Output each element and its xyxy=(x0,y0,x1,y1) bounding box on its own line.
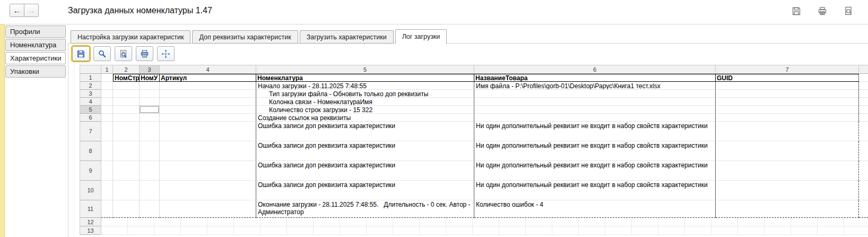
grid-cell[interactable] xyxy=(140,82,160,90)
forward-button[interactable]: → xyxy=(24,4,39,17)
sidebar-item-upakovki[interactable]: Упаковки xyxy=(5,65,66,78)
grid-cell[interactable] xyxy=(160,98,256,106)
grid-cell[interactable] xyxy=(716,106,859,114)
grid-cell[interactable] xyxy=(160,122,256,141)
row-header-3[interactable]: 3 xyxy=(80,90,101,98)
column-header-7[interactable]: 7 xyxy=(716,65,859,74)
grid-cell[interactable] xyxy=(140,122,160,141)
column-header-5[interactable]: 5 xyxy=(256,65,474,74)
grid-cell[interactable] xyxy=(474,90,716,98)
sidebar-item-harakteristiki[interactable]: Характеристики xyxy=(5,52,66,64)
grid-cell[interactable] xyxy=(113,200,140,218)
log-cell-error[interactable]: Ошибка записи доп реквизита характеристи… xyxy=(256,122,474,141)
pan-button[interactable] xyxy=(157,46,175,61)
field-header-nomu[interactable]: НомУ xyxy=(140,74,160,82)
grid-cell[interactable] xyxy=(140,181,160,200)
grid-cell[interactable] xyxy=(716,141,859,161)
grid-cell[interactable] xyxy=(101,74,113,82)
column-header-4[interactable]: 4 xyxy=(160,65,256,74)
grid-cell[interactable] xyxy=(160,90,256,98)
column-header-6[interactable]: 6 xyxy=(474,65,716,74)
grid-cell[interactable] xyxy=(101,106,113,114)
grid-cell[interactable] xyxy=(716,82,859,90)
grid-cell[interactable] xyxy=(160,200,256,218)
field-header-nomstr[interactable]: НомСтр xyxy=(113,74,140,82)
grid-cell[interactable] xyxy=(113,122,140,141)
log-cell-error-detail[interactable]: Ни один дополнительный реквизит не входи… xyxy=(474,122,716,141)
grid-cell[interactable] xyxy=(113,106,140,114)
grid-cell[interactable] xyxy=(140,114,160,122)
grid-cell[interactable] xyxy=(716,122,859,141)
row-header-6[interactable]: 6 xyxy=(80,114,101,122)
field-header-artikul[interactable]: Артикул xyxy=(160,74,256,82)
save-sheet-button[interactable] xyxy=(72,46,90,61)
tab-log-zagruzki[interactable]: Лог загрузки xyxy=(395,29,447,44)
grid-cell[interactable] xyxy=(113,181,140,200)
grid-cell[interactable] xyxy=(113,114,140,122)
grid-cell[interactable] xyxy=(101,161,113,181)
grid-cell[interactable] xyxy=(716,181,859,200)
row-header-5-selected[interactable]: 5 xyxy=(80,106,101,114)
log-cell-error-detail[interactable]: Ни один дополнительный реквизит не входи… xyxy=(474,161,716,181)
grid-cell[interactable] xyxy=(140,161,160,181)
tab-dop-rekvizity[interactable]: Доп реквизиты характеристик xyxy=(192,30,298,44)
grid-corner[interactable] xyxy=(80,65,101,74)
row-header-1[interactable]: 1 xyxy=(80,74,101,82)
grid-cell[interactable] xyxy=(716,90,859,98)
column-header-2[interactable]: 2 xyxy=(113,65,140,74)
grid-cell[interactable] xyxy=(101,82,113,90)
row-header-13[interactable]: 13 xyxy=(80,226,101,235)
log-cell-filename[interactable]: Имя файла - P:\Profiles\gorb-01\Desktop\… xyxy=(474,82,716,90)
print-preview-button[interactable] xyxy=(844,6,853,16)
grid-cell[interactable] xyxy=(716,98,859,106)
print-button[interactable] xyxy=(818,6,827,16)
grid-cell[interactable] xyxy=(160,106,256,114)
field-header-nomenklatura[interactable]: Номенклатура xyxy=(256,74,474,82)
grid-cell[interactable] xyxy=(140,90,160,98)
log-cell-error[interactable]: Ошибка записи доп реквизита характеристи… xyxy=(256,141,474,161)
grid-cell[interactable] xyxy=(113,141,140,161)
grid-cell[interactable] xyxy=(140,98,160,106)
grid-cell[interactable] xyxy=(160,181,256,200)
grid-cell[interactable] xyxy=(113,82,140,90)
grid-cell[interactable] xyxy=(113,98,140,106)
log-cell-start[interactable]: Начало загрузки - 28.11.2025 7:48:55 xyxy=(256,82,474,90)
row-header-10[interactable]: 10 xyxy=(80,181,101,200)
grid-cell[interactable] xyxy=(160,141,256,161)
sidebar-item-nomenklatura[interactable]: Номенклатура xyxy=(5,39,66,51)
grid-cell[interactable] xyxy=(716,161,859,181)
grid-cell[interactable] xyxy=(160,114,256,122)
tab-nastroyka-zagruzki[interactable]: Настройка загрузки характеристик xyxy=(71,30,190,44)
grid-cell[interactable] xyxy=(140,200,160,218)
column-header-1[interactable]: 1 xyxy=(101,65,113,74)
log-cell-error[interactable]: Ошибка записи доп реквизита характеристи… xyxy=(256,181,474,200)
log-cell-error-detail[interactable]: Ни один дополнительный реквизит не входи… xyxy=(474,141,716,161)
grid-cell[interactable] xyxy=(140,141,160,161)
grid-cell[interactable] xyxy=(474,106,716,114)
log-cell-create-links[interactable]: Создание ссылок на реквизиты xyxy=(256,114,474,122)
field-header-guid[interactable]: GUID xyxy=(716,74,859,82)
field-header-nazvanie-tovara[interactable]: НазваниеТовара xyxy=(474,74,716,82)
grid-cell[interactable] xyxy=(101,141,113,161)
grid-cell[interactable] xyxy=(101,200,113,218)
save-button[interactable] xyxy=(792,6,801,16)
grid-cell[interactable] xyxy=(101,114,113,122)
preview-button[interactable] xyxy=(115,46,132,61)
find-button[interactable] xyxy=(93,46,111,61)
log-cell-error[interactable]: Ошибка записи доп реквизита характеристи… xyxy=(256,161,474,181)
row-header-7[interactable]: 7 xyxy=(80,122,101,141)
log-cell-error-count[interactable]: Количество ошибок - 4 xyxy=(474,200,716,218)
grid-cell[interactable] xyxy=(160,82,256,90)
sidebar-item-profili[interactable]: Профили xyxy=(5,26,66,38)
row-header-2[interactable]: 2 xyxy=(80,82,101,90)
tab-zagruzit-harakteristiki[interactable]: Загрузить характеристики xyxy=(300,30,394,44)
row-header-8[interactable]: 8 xyxy=(80,141,101,161)
grid-cell[interactable] xyxy=(101,98,113,106)
row-header-12[interactable]: 12 xyxy=(80,218,101,226)
log-cell-finish[interactable]: Окончание загрузки - 28.11.2025 7:48:55.… xyxy=(256,200,474,218)
log-cell-link-column[interactable]: Колонка связи - НоменклатураИмя xyxy=(256,98,474,106)
grid-cell[interactable] xyxy=(474,98,716,106)
row-header-4[interactable]: 4 xyxy=(80,98,101,106)
empty-row[interactable] xyxy=(101,218,868,226)
selected-cell[interactable] xyxy=(140,106,160,114)
